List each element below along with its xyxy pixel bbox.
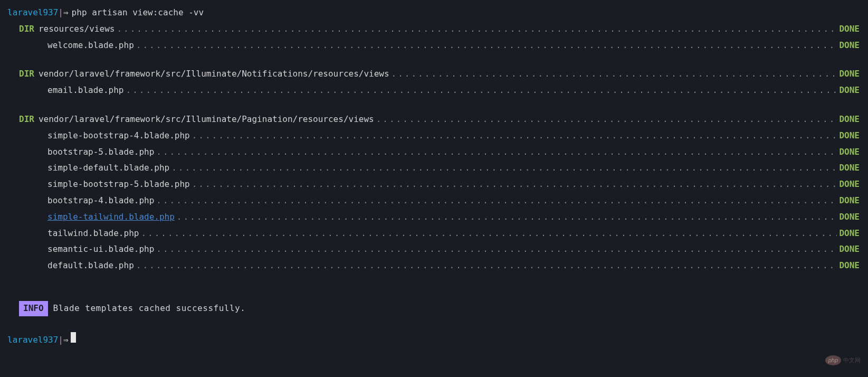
- dir-label: DIR: [19, 113, 34, 126]
- watermark-text: 中文网: [843, 356, 861, 365]
- status-label: DONE: [839, 113, 860, 126]
- status-label: DONE: [839, 39, 860, 52]
- prompt-arrow: ⇒: [63, 6, 69, 20]
- dir-path: vendor/laravel/framework/src/Illuminate/…: [39, 68, 389, 81]
- file-row: simple-bootstrap-5.blade.phpDONE: [7, 178, 861, 191]
- info-row: INFOBlade templates cached successfully.: [7, 301, 861, 316]
- file-name: simple-bootstrap-4.blade.php: [47, 129, 190, 143]
- terminal-output: laravel937|⇒php artisan view:cache -vvDI…: [7, 6, 861, 347]
- blank-line: [7, 55, 861, 68]
- file-row: bootstrap-4.blade.phpDONE: [7, 194, 861, 208]
- status-label: DONE: [839, 211, 860, 224]
- file-row: semantic-ui.blade.phpDONE: [7, 243, 861, 256]
- filler-dots: [177, 211, 837, 224]
- file-name[interactable]: simple-tailwind.blade.php: [47, 211, 175, 224]
- filler-dots: [136, 39, 837, 52]
- info-text: Blade templates cached successfully.: [53, 302, 246, 315]
- blank-line: [7, 288, 861, 301]
- filler-dots: [192, 129, 837, 143]
- file-row: simple-bootstrap-4.blade.phpDONE: [7, 129, 861, 143]
- dir-row: DIRvendor/laravel/framework/src/Illumina…: [7, 68, 861, 81]
- filler-dots: [117, 23, 837, 36]
- status-label: DONE: [839, 68, 860, 81]
- dir-label: DIR: [19, 23, 34, 36]
- status-label: DONE: [839, 243, 860, 256]
- status-label: DONE: [839, 194, 860, 208]
- status-label: DONE: [839, 146, 860, 159]
- file-name: default.blade.php: [47, 259, 134, 272]
- filler-dots: [126, 84, 837, 97]
- dir-label: DIR: [19, 68, 34, 81]
- filler-dots: [141, 227, 837, 240]
- file-row: tailwind.blade.phpDONE: [7, 227, 861, 240]
- filler-dots: [192, 178, 837, 191]
- watermark: php 中文网: [825, 355, 861, 365]
- file-name: simple-bootstrap-5.blade.php: [47, 178, 190, 191]
- file-name: simple-default.blade.php: [47, 162, 169, 175]
- prompt-arrow: ⇒: [63, 334, 69, 347]
- file-row: bootstrap-5.blade.phpDONE: [7, 146, 861, 159]
- info-badge: INFO: [19, 301, 48, 316]
- prompt-separator: |: [58, 334, 63, 347]
- cursor: [71, 332, 76, 343]
- status-label: DONE: [839, 84, 860, 97]
- prompt-host: laravel937: [7, 334, 58, 347]
- status-label: DONE: [839, 23, 860, 36]
- file-name: bootstrap-4.blade.php: [47, 194, 154, 208]
- file-row: default.blade.phpDONE: [7, 259, 861, 272]
- prompt-line[interactable]: laravel937|⇒: [7, 332, 861, 347]
- prompt-line[interactable]: laravel937|⇒php artisan view:cache -vv: [7, 6, 861, 20]
- file-row: simple-default.blade.phpDONE: [7, 162, 861, 175]
- filler-dots: [136, 259, 837, 272]
- file-name: bootstrap-5.blade.php: [47, 146, 154, 159]
- status-label: DONE: [839, 178, 860, 191]
- blank-line: [7, 100, 861, 113]
- dir-row: DIRresources/viewsDONE: [7, 23, 861, 36]
- filler-dots: [171, 162, 837, 175]
- file-row: simple-tailwind.blade.phpDONE: [7, 211, 861, 224]
- file-row: welcome.blade.phpDONE: [7, 39, 861, 52]
- file-name: semantic-ui.blade.php: [47, 243, 154, 256]
- dir-path: resources/views: [39, 23, 115, 36]
- blank-line: [7, 319, 861, 332]
- status-label: DONE: [839, 129, 860, 143]
- prompt-host: laravel937: [7, 6, 58, 20]
- file-row: email.blade.phpDONE: [7, 84, 861, 97]
- command-text: php artisan view:cache -vv: [72, 6, 204, 20]
- status-label: DONE: [839, 162, 860, 175]
- blank-line: [7, 276, 861, 288]
- filler-dots: [392, 68, 837, 81]
- dir-row: DIRvendor/laravel/framework/src/Illumina…: [7, 113, 861, 126]
- file-name: tailwind.blade.php: [47, 227, 139, 240]
- dir-path: vendor/laravel/framework/src/Illuminate/…: [39, 113, 374, 126]
- file-name: email.blade.php: [47, 84, 124, 97]
- filler-dots: [156, 243, 837, 256]
- prompt-separator: |: [58, 6, 63, 20]
- filler-dots: [376, 113, 837, 126]
- file-name: welcome.blade.php: [47, 39, 134, 52]
- status-label: DONE: [839, 227, 860, 240]
- filler-dots: [156, 194, 837, 208]
- filler-dots: [156, 146, 837, 159]
- watermark-logo: php: [825, 355, 841, 365]
- status-label: DONE: [839, 259, 860, 272]
